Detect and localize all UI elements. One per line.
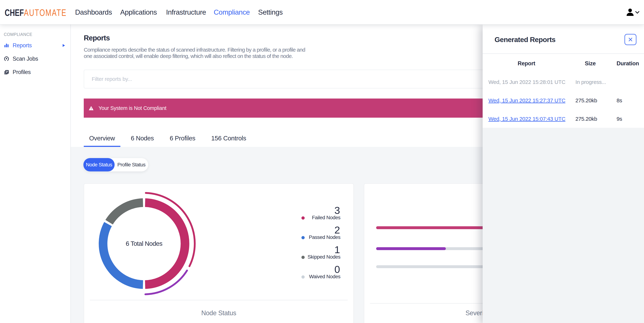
svg-text:6 Total Nodes: 6 Total Nodes	[126, 240, 162, 247]
